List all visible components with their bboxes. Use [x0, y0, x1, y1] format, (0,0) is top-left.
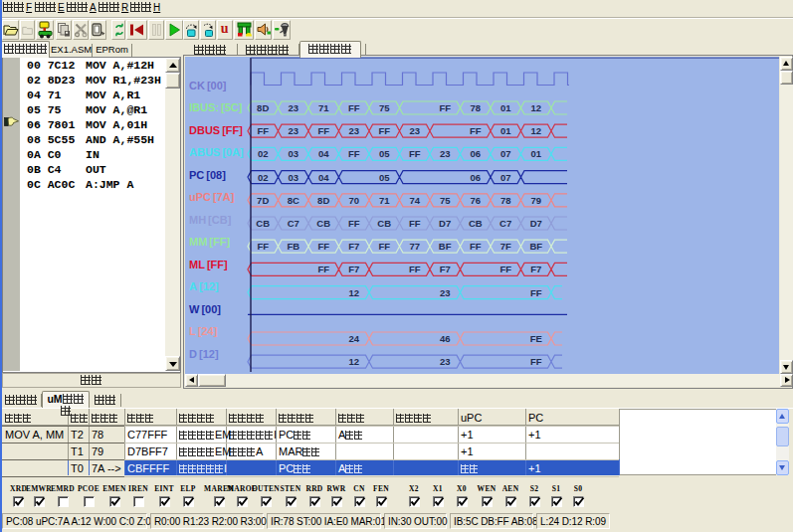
svg-text:D7: D7 — [439, 218, 451, 229]
svg-text:FF: FF — [317, 125, 329, 136]
svg-text:12: 12 — [349, 356, 360, 367]
svg-text:23: 23 — [410, 125, 421, 136]
svg-text:02: 02 — [258, 148, 269, 159]
svg-text:8C: 8C — [288, 195, 299, 206]
svg-text:FF: FF — [378, 125, 390, 136]
svg-text:23: 23 — [289, 125, 299, 136]
svg-text:CB: CB — [377, 218, 391, 229]
svg-text:CK[00]: CK[00] — [189, 80, 227, 91]
svg-text:01: 01 — [500, 102, 511, 113]
svg-text:70: 70 — [349, 195, 360, 206]
svg-text:74: 74 — [410, 195, 421, 206]
svg-text:23: 23 — [440, 287, 451, 298]
svg-text:FF: FF — [470, 125, 482, 136]
svg-text:FF: FF — [499, 264, 511, 274]
svg-text:FF: FF — [530, 287, 542, 298]
svg-text:F7: F7 — [348, 241, 359, 252]
svg-text:78: 78 — [500, 195, 511, 206]
svg-text:03: 03 — [289, 172, 299, 183]
svg-text:PC[08]: PC[08] — [189, 169, 226, 181]
svg-text:75: 75 — [440, 195, 451, 206]
svg-text:FF: FF — [409, 218, 421, 229]
svg-text:MH[CB]: MH[CB] — [189, 214, 232, 226]
svg-text:01: 01 — [531, 148, 542, 159]
svg-text:FF: FF — [257, 241, 269, 252]
svg-text:FF: FF — [409, 264, 421, 274]
svg-text:FF: FF — [470, 241, 482, 252]
svg-text:F7: F7 — [348, 264, 359, 274]
svg-text:C7: C7 — [499, 218, 511, 229]
svg-text:46: 46 — [440, 333, 451, 344]
svg-text:CB: CB — [256, 218, 270, 229]
svg-text:71: 71 — [318, 102, 329, 113]
svg-text:F7: F7 — [530, 264, 541, 274]
svg-text:A[12]: A[12] — [189, 280, 219, 292]
svg-text:IBUS:[5C]: IBUS:[5C] — [189, 101, 243, 113]
svg-text:71: 71 — [379, 195, 390, 206]
svg-text:FF: FF — [530, 356, 542, 367]
svg-text:D[12]: D[12] — [189, 348, 219, 360]
svg-text:FF: FF — [317, 241, 329, 252]
svg-text:W[00]: W[00] — [189, 303, 221, 315]
svg-text:23: 23 — [440, 356, 451, 367]
svg-text:FF: FF — [348, 102, 360, 113]
svg-text:8D: 8D — [257, 102, 269, 113]
svg-text:L[24]: L[24] — [189, 325, 218, 337]
svg-text:BF: BF — [529, 241, 542, 252]
svg-text:02: 02 — [258, 172, 269, 183]
svg-text:01: 01 — [500, 125, 511, 136]
svg-text:04: 04 — [318, 148, 329, 159]
svg-text:FF: FF — [409, 148, 421, 159]
svg-text:12: 12 — [349, 287, 360, 298]
svg-text:7D: 7D — [257, 195, 269, 206]
svg-text:23: 23 — [289, 102, 299, 113]
svg-text:06: 06 — [471, 172, 482, 183]
svg-text:CB: CB — [316, 218, 330, 229]
svg-text:7F: 7F — [500, 241, 511, 252]
svg-text:76: 76 — [471, 195, 482, 206]
svg-text:05: 05 — [379, 172, 390, 183]
svg-text:FB: FB — [287, 241, 299, 252]
svg-text:FF: FF — [257, 125, 269, 136]
svg-text:ML[FF]: ML[FF] — [189, 259, 228, 270]
svg-text:C7: C7 — [288, 218, 299, 229]
svg-text:77: 77 — [410, 241, 421, 252]
svg-text:D7: D7 — [530, 218, 542, 229]
svg-text:75: 75 — [379, 102, 390, 113]
svg-text:24: 24 — [349, 333, 360, 344]
svg-text:05: 05 — [379, 148, 390, 159]
svg-text:ABUS[0A]: ABUS[0A] — [189, 146, 244, 158]
svg-text:23: 23 — [440, 148, 451, 159]
svg-text:78: 78 — [471, 102, 482, 113]
svg-text:8D: 8D — [317, 195, 329, 206]
svg-text:FE: FE — [530, 333, 542, 344]
svg-text:04: 04 — [318, 172, 329, 183]
svg-text:CB: CB — [469, 218, 483, 229]
svg-text:F7: F7 — [440, 264, 451, 274]
svg-text:DBUS[FF]: DBUS[FF] — [189, 124, 243, 136]
svg-text:uPC[7A]: uPC[7A] — [189, 191, 235, 203]
svg-text:FF: FF — [317, 264, 329, 274]
svg-text:12: 12 — [531, 102, 542, 113]
svg-text:07: 07 — [500, 148, 511, 159]
svg-text:07: 07 — [500, 172, 511, 183]
svg-text:79: 79 — [531, 195, 542, 206]
svg-text:FF: FF — [439, 102, 451, 113]
svg-text:03: 03 — [289, 148, 299, 159]
svg-text:12: 12 — [531, 125, 542, 136]
svg-text:FF: FF — [348, 148, 360, 159]
svg-text:23: 23 — [349, 125, 360, 136]
svg-text:FF: FF — [378, 241, 390, 252]
svg-text:FF: FF — [348, 218, 360, 229]
svg-text:06: 06 — [471, 148, 482, 159]
svg-text:BF: BF — [439, 241, 452, 252]
svg-text:MM[FF]: MM[FF] — [189, 236, 230, 248]
